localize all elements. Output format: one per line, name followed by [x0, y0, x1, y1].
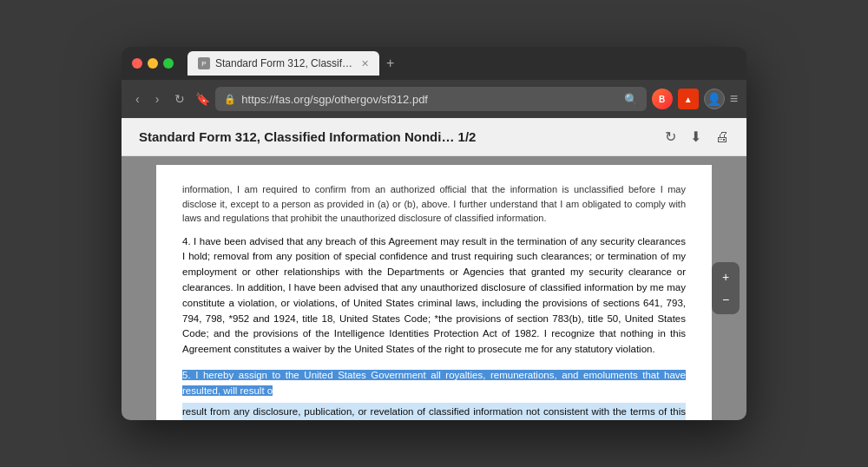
pdf-print-button[interactable]: 🖨: [715, 129, 729, 145]
zoom-controls: + −: [712, 262, 740, 314]
maximize-button[interactable]: [163, 58, 174, 69]
new-tab-button[interactable]: +: [386, 56, 394, 71]
close-button[interactable]: [132, 58, 142, 69]
address-bar[interactable]: 🔒 https://fas.org/sgp/othergov/sf312.pdf…: [215, 87, 646, 111]
brave-rewards-icon[interactable]: ▲: [678, 89, 699, 109]
browser-toolbar: ‹ › ↻ 🔖 🔒 https://fas.org/sgp/othergov/s…: [122, 80, 746, 118]
zoom-out-button[interactable]: −: [716, 290, 735, 309]
paragraph-4: 4. I have been advised that any breach o…: [182, 234, 686, 358]
url-text: https://fas.org/sgp/othergov/sf312.pdf: [241, 93, 618, 106]
paragraph-intro: information, I am required to confirm fr…: [182, 182, 686, 226]
lock-icon: 🔒: [224, 94, 236, 105]
zoom-in-button[interactable]: +: [716, 267, 735, 286]
pdf-refresh-button[interactable]: ↻: [665, 128, 676, 145]
forward-button[interactable]: ›: [150, 89, 165, 109]
refresh-button[interactable]: ↻: [169, 89, 190, 109]
titlebar: P Standard Form 312, Classified In… ✕ +: [122, 47, 746, 80]
tab-label: Standard Form 312, Classified In…: [215, 57, 354, 69]
bookmark-button[interactable]: 🔖: [195, 92, 210, 106]
active-tab[interactable]: P Standard Form 312, Classified In… ✕: [187, 51, 379, 76]
tab-favicon: P: [198, 57, 210, 69]
minimize-button[interactable]: [148, 58, 158, 69]
browser-window: P Standard Form 312, Classified In… ✕ + …: [122, 47, 746, 420]
menu-button[interactable]: ≡: [730, 91, 738, 107]
paragraph-5: 5. I hereby assign to the United States …: [182, 368, 686, 399]
pdf-page: information, I am required to confirm fr…: [156, 165, 712, 420]
brave-shields-icon[interactable]: B: [652, 89, 673, 109]
search-icon[interactable]: 🔍: [624, 93, 638, 106]
traffic-lights: [132, 58, 174, 69]
pdf-download-button[interactable]: ⬇: [690, 128, 701, 145]
paragraph-5-continuation: result from any disclosure, publication,…: [182, 403, 686, 420]
pdf-title: Standard Form 312, Classified Informatio…: [139, 129, 665, 144]
pdf-controls: ↻ ⬇ 🖨: [665, 128, 729, 145]
highlighted-text: 5. I hereby assign to the United States …: [182, 370, 686, 396]
pdf-content-area: information, I am required to confirm fr…: [122, 156, 746, 420]
tab-bar: P Standard Form 312, Classified In… ✕ +: [187, 51, 736, 76]
pdf-toolbar: Standard Form 312, Classified Informatio…: [122, 118, 746, 156]
profile-icon[interactable]: 👤: [704, 89, 725, 109]
tab-close-button[interactable]: ✕: [361, 58, 369, 69]
back-button[interactable]: ‹: [130, 89, 145, 109]
